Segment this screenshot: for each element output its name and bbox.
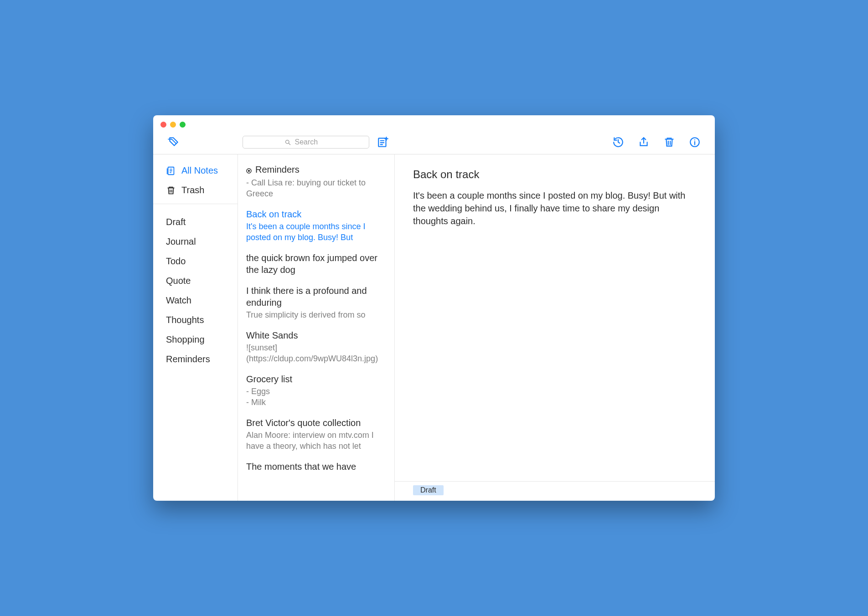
note-preview: - Eggs - Milk xyxy=(246,386,384,408)
sidebar-all-notes[interactable]: All Notes xyxy=(153,161,238,180)
note-title: Bret Victor's quote collection xyxy=(246,417,384,429)
tags-icon[interactable] xyxy=(166,135,181,149)
note-preview: ![sunset](https://cldup.com/9wpWU84l3n.j… xyxy=(246,342,384,364)
editor-title[interactable]: Back on track xyxy=(413,168,697,181)
sidebar-tag-reminders[interactable]: Reminders xyxy=(153,349,238,369)
note-preview: It's been a couple months since I posted… xyxy=(246,221,384,243)
window-zoom-button[interactable] xyxy=(180,122,186,128)
share-button[interactable] xyxy=(636,135,651,149)
sidebar-trash-label: Trash xyxy=(181,185,204,195)
sidebar-tag-journal[interactable]: Journal xyxy=(153,232,238,252)
search-input[interactable] xyxy=(294,138,328,147)
search-icon xyxy=(284,139,291,146)
editor-body[interactable]: It's been a couple months since I posted… xyxy=(413,189,697,227)
sidebar-tag-shopping[interactable]: Shopping xyxy=(153,330,238,349)
note-title: White Sands xyxy=(246,329,384,341)
sidebar-tag-watch[interactable]: Watch xyxy=(153,291,238,310)
note-list-item[interactable]: Reminders- Call Lisa re: buying our tick… xyxy=(238,159,394,204)
toolbar xyxy=(153,115,715,154)
sidebar-tags: DraftJournalTodoQuoteWatchThoughtsShoppi… xyxy=(153,212,238,369)
info-button[interactable] xyxy=(687,135,702,149)
app-window: All Notes Trash DraftJournalTodoQuoteWat… xyxy=(153,115,715,501)
sidebar-all-notes-label: All Notes xyxy=(181,165,218,176)
note-list-item[interactable]: I think there is a profound and enduring… xyxy=(238,280,394,325)
svg-point-1 xyxy=(285,140,289,144)
window-controls xyxy=(160,122,186,128)
window-minimize-button[interactable] xyxy=(170,122,176,128)
note-title: The moments that we have xyxy=(246,461,384,472)
note-preview: - Call Lisa re: buying our ticket to Gre… xyxy=(246,177,384,199)
note-title: I think there is a profound and enduring xyxy=(246,285,384,308)
window-close-button[interactable] xyxy=(160,122,166,128)
svg-point-23 xyxy=(248,170,250,172)
editor-footer: Draft xyxy=(395,481,715,501)
trash-icon xyxy=(166,185,176,195)
editor-content[interactable]: Back on track It's been a couple months … xyxy=(395,154,715,481)
search-field[interactable] xyxy=(243,136,369,149)
editor-pane: Back on track It's been a couple months … xyxy=(395,154,715,501)
note-list-item[interactable]: Back on trackIt's been a couple months s… xyxy=(238,204,394,247)
sidebar-tag-thoughts[interactable]: Thoughts xyxy=(153,310,238,330)
pin-icon xyxy=(246,164,252,176)
history-button[interactable] xyxy=(611,135,625,149)
note-title: Reminders xyxy=(246,164,384,176)
note-preview: True simplicity is derived from so xyxy=(246,309,384,320)
note-tag-pill[interactable]: Draft xyxy=(413,485,444,495)
svg-point-14 xyxy=(694,139,695,140)
note-list-item[interactable]: White Sands![sunset](https://cldup.com/9… xyxy=(238,325,394,369)
note-list-item[interactable]: Grocery list- Eggs - Milk xyxy=(238,369,394,412)
svg-line-2 xyxy=(289,143,290,144)
sidebar-tag-draft[interactable]: Draft xyxy=(153,212,238,232)
note-list[interactable]: Reminders- Call Lisa re: buying our tick… xyxy=(238,154,395,501)
note-list-item[interactable]: Bret Victor's quote collectionAlan Moore… xyxy=(238,412,394,456)
note-title: Back on track xyxy=(246,208,384,220)
svg-point-0 xyxy=(171,139,172,139)
sidebar-trash[interactable]: Trash xyxy=(153,180,238,200)
new-note-button[interactable] xyxy=(376,135,390,149)
delete-button[interactable] xyxy=(662,135,677,149)
note-preview: Alan Moore: interview on mtv.com I have … xyxy=(246,430,384,452)
note-title: Grocery list xyxy=(246,373,384,385)
notes-icon xyxy=(166,166,176,176)
sidebar-tag-quote[interactable]: Quote xyxy=(153,271,238,291)
sidebar-tag-todo[interactable]: Todo xyxy=(153,252,238,271)
sidebar: All Notes Trash DraftJournalTodoQuoteWat… xyxy=(153,154,238,501)
note-title: the quick brown fox jumped over the lazy… xyxy=(246,252,384,276)
note-list-item[interactable]: the quick brown fox jumped over the lazy… xyxy=(238,247,394,280)
note-list-item[interactable]: The moments that we have xyxy=(238,456,394,477)
